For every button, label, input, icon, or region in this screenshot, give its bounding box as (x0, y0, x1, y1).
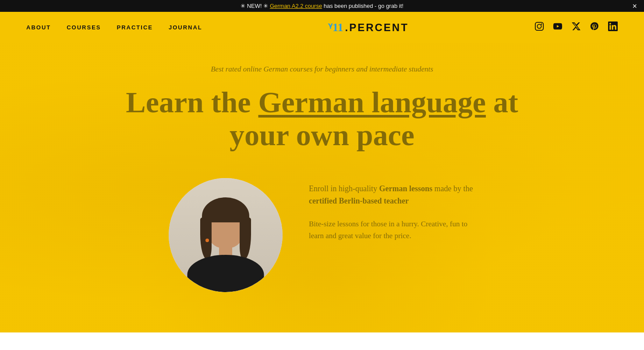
teacher-avatar (169, 178, 283, 292)
announcement-link[interactable]: German A2.2 course (270, 3, 322, 9)
youtube-icon[interactable] (553, 21, 563, 33)
svg-point-2 (541, 24, 542, 25)
nav-practice[interactable]: PRACTICE (117, 24, 153, 31)
social-nav (534, 21, 618, 33)
hero-description-bold1: German lessons (379, 184, 432, 193)
hero-subtitle: Best rated online German courses for beg… (211, 65, 433, 74)
hero-description-bold2: certified Berlin-based teacher (309, 196, 409, 205)
pinterest-icon[interactable] (590, 21, 599, 33)
logo[interactable]: ᵞ11 .PERCENT (328, 21, 409, 34)
svg-point-1 (537, 24, 541, 28)
hero-title: Learn the German language atyour own pac… (126, 86, 518, 152)
announcement-bar: ✳ NEW! ✳ German A2.2 course has been pub… (0, 0, 644, 12)
hero-section: Best rated online German courses for beg… (0, 43, 644, 332)
hero-content: Enroll in high-quality German lessons ma… (125, 174, 519, 292)
teacher-figure (169, 178, 283, 292)
nav-courses[interactable]: COURSES (67, 24, 101, 31)
linkedin-icon[interactable] (608, 21, 618, 33)
hero-description-main: Enroll in high-quality German lessons ma… (309, 182, 475, 208)
earring (205, 239, 209, 242)
logo-icon: ᵞ11 (328, 21, 343, 34)
neck (219, 245, 232, 256)
svg-rect-0 (535, 22, 543, 30)
header: ABOUT COURSES PRACTICE JOURNAL ᵞ11 .PERC… (0, 12, 644, 43)
announcement-text: ✳ NEW! ✳ German A2.2 course has been pub… (241, 3, 403, 9)
twitter-icon[interactable] (571, 21, 581, 33)
instagram-icon[interactable] (534, 21, 544, 33)
close-announcement-button[interactable]: × (632, 2, 637, 10)
nav-about[interactable]: ABOUT (26, 24, 51, 31)
logo-text: .PERCENT (345, 21, 409, 34)
body (188, 255, 264, 292)
hero-description: Enroll in high-quality German lessons ma… (309, 178, 475, 242)
main-nav: ABOUT COURSES PRACTICE JOURNAL (26, 24, 202, 31)
hero-title-underline: German language (258, 86, 486, 119)
hero-description-secondary: Bite-size lessons for those in a hurry. … (309, 218, 475, 242)
nav-journal[interactable]: JOURNAL (169, 24, 202, 31)
